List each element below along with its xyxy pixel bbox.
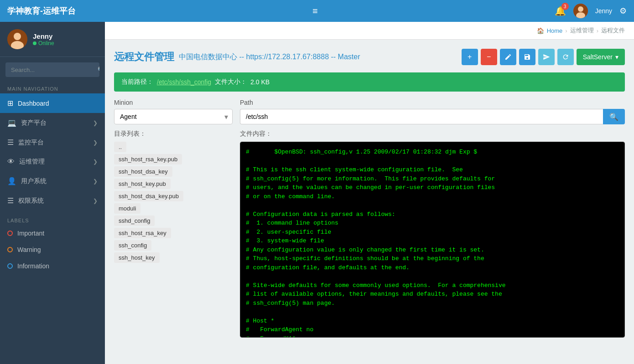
label-important[interactable]: Important [0, 225, 105, 241]
list-item[interactable]: moduli [114, 203, 140, 214]
save-button[interactable] [519, 49, 535, 65]
dashboard-icon: ⊞ [7, 99, 13, 108]
sidebar-user-info: Jenny Online [33, 32, 54, 46]
left-panel: Minion Agent ▾ 目录列表： .. ssh_host_rsa_key… [114, 99, 233, 338]
assets-arrow-icon: ❯ [93, 120, 98, 126]
list-item[interactable]: ssh_host_rsa_key [114, 228, 171, 238]
path-input-group: 🔍 [240, 109, 625, 124]
remove-button[interactable]: − [481, 49, 497, 65]
list-item[interactable]: .. [114, 142, 126, 152]
page-title: 远程文件管理 [114, 50, 174, 64]
app-title: 学神教育-运维平台 [7, 5, 76, 16]
main-layout: Jenny Online 🔍 MAIN NAVIGATION ⊞ Dashboa… [0, 22, 634, 364]
monitor-icon: ☰ [7, 138, 14, 147]
notification-bell[interactable]: 🔔 3 [555, 5, 566, 16]
list-item[interactable]: sshd_config [114, 215, 155, 226]
dir-list: .. ssh_host_rsa_key.pub ssh_host_dsa_key… [114, 142, 233, 263]
current-path-link[interactable]: /etc/ssh/ssh_config [157, 78, 211, 86]
sidebar: Jenny Online 🔍 MAIN NAVIGATION ⊞ Dashboa… [0, 22, 105, 364]
labels-section: LABELS Important Warning Information [0, 210, 105, 278]
search-button[interactable]: 🔍 [93, 62, 99, 77]
sidebar-item-ops[interactable]: 👁 运维管理 ❯ [0, 152, 105, 171]
sidebar-status: Online [33, 40, 54, 46]
top-header: 学神教育-运维平台 ≡ 🔔 3 Jenny ⚙ [0, 0, 634, 22]
add-button[interactable]: + [462, 49, 478, 65]
file-editor[interactable]: # $OpenBSD: ssh_config,v 1.25 2009/02/17… [240, 142, 625, 338]
hamburger-icon[interactable]: ≡ [312, 6, 318, 16]
list-item[interactable]: ssh_host_rsa_key.pub [114, 154, 182, 164]
list-item[interactable]: ssh_config [114, 240, 151, 251]
sidebar-item-assets[interactable]: 💻 资产平台 ❯ [0, 113, 105, 133]
sidebar-item-permissions[interactable]: ☰ 权限系统 ❯ [0, 191, 105, 210]
sidebar-avatar [7, 29, 27, 49]
page-header: 远程文件管理 中国电信数据中心 -- https://172.28.17.67:… [114, 49, 625, 65]
path-input[interactable] [240, 109, 603, 124]
dir-label: 目录列表： [114, 130, 233, 138]
breadcrumb: 🏠 Home › 运维管理 › 远程文件 [105, 22, 634, 40]
path-search-button[interactable]: 🔍 [603, 109, 625, 124]
saltserver-button[interactable]: SaltServer ▾ [577, 49, 625, 65]
label-warning[interactable]: Warning [0, 241, 105, 258]
assets-icon: 💻 [7, 118, 16, 127]
svg-point-4 [14, 33, 21, 40]
toolbar-buttons: + − SaltServer [462, 49, 625, 65]
list-item[interactable]: ssh_host_key [114, 252, 160, 263]
header-avatar [573, 4, 588, 18]
user-icon: 👤 [7, 177, 16, 185]
home-icon: 🏠 [537, 27, 544, 34]
edit-button[interactable] [500, 49, 516, 65]
header-right: 🔔 3 Jenny ⚙ [555, 4, 627, 18]
nav-section-label: MAIN NAVIGATION [0, 82, 105, 93]
breadcrumb-level1: 运维管理 [570, 26, 594, 35]
sidebar-user: Jenny Online [0, 22, 105, 57]
page-title-group: 远程文件管理 中国电信数据中心 -- https://172.28.17.67:… [114, 50, 360, 64]
status-dot [33, 41, 36, 45]
sidebar-item-dashboard[interactable]: ⊞ Dashboard [0, 93, 105, 113]
labels-title: LABELS [0, 214, 105, 225]
search-input[interactable] [5, 63, 93, 77]
label-information[interactable]: Information [0, 258, 105, 274]
refresh-button[interactable] [557, 49, 574, 65]
sidebar-username: Jenny [33, 32, 54, 40]
minion-select-wrapper: Agent ▾ [114, 109, 233, 124]
list-item[interactable]: ssh_host_dsa_key.pub [114, 191, 183, 201]
permissions-icon: ☰ [7, 196, 14, 205]
file-content-label: 文件内容： [240, 130, 625, 138]
content-area: 远程文件管理 中国电信数据中心 -- https://172.28.17.67:… [105, 40, 634, 347]
sidebar-item-users[interactable]: 👤 用户系统 ❯ [0, 171, 105, 191]
file-size: 2.0 KB [250, 78, 270, 86]
users-arrow-icon: ❯ [93, 178, 98, 185]
header-username: Jenny [595, 7, 612, 15]
path-label: Path [240, 99, 625, 106]
permissions-arrow-icon: ❯ [93, 198, 98, 204]
send-button[interactable] [538, 49, 555, 65]
important-dot-icon [7, 231, 13, 236]
list-item[interactable]: ssh_host_dsa_key [114, 166, 172, 177]
sidebar-item-monitor[interactable]: ☰ 监控平台 ❯ [0, 133, 105, 152]
minion-section: Minion Agent ▾ [114, 99, 233, 124]
right-panel: Path 🔍 文件内容： # $OpenBSD: ssh_config,v 1.… [240, 99, 625, 338]
ops-arrow-icon: ❯ [93, 159, 98, 165]
information-dot-icon [7, 263, 13, 269]
saltserver-arrow-icon: ▾ [615, 53, 618, 61]
list-item[interactable]: ssh_host_key.pub [114, 179, 171, 189]
page-subtitle: 中国电信数据中心 -- https://172.28.17.67:8888 --… [179, 52, 360, 62]
ops-icon: 👁 [7, 158, 15, 166]
settings-icon[interactable]: ⚙ [619, 6, 627, 16]
breadcrumb-home[interactable]: Home [547, 27, 563, 34]
minion-select[interactable]: Agent [114, 109, 233, 124]
breadcrumb-level2: 远程文件 [601, 26, 625, 35]
search-box: 🔍 [5, 62, 99, 77]
main-content: 🏠 Home › 运维管理 › 远程文件 远程文件管理 中国电信数据中心 -- … [105, 22, 634, 364]
minion-label: Minion [114, 99, 233, 106]
svg-point-1 [578, 6, 583, 12]
two-col-layout: Minion Agent ▾ 目录列表： .. ssh_host_rsa_key… [114, 99, 625, 338]
notification-badge: 3 [561, 3, 569, 10]
warning-dot-icon [7, 247, 13, 252]
monitor-arrow-icon: ❯ [93, 139, 98, 146]
path-bar: 当前路径： /etc/ssh/ssh_config 文件大小： 2.0 KB [114, 72, 625, 92]
